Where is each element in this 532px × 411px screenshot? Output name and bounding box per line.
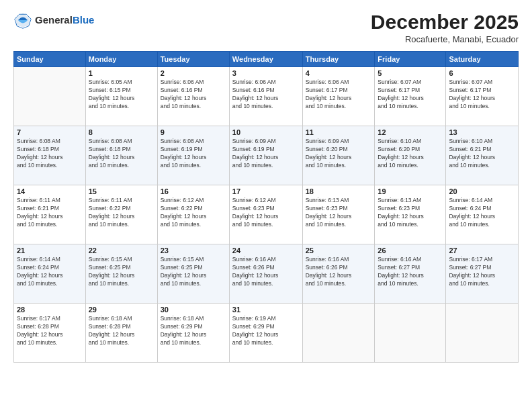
- day-info: Sunrise: 6:08 AM Sunset: 6:18 PM Dayligh…: [17, 138, 83, 170]
- calendar-cell: 14Sunrise: 6:11 AM Sunset: 6:21 PM Dayli…: [14, 185, 86, 244]
- day-info: Sunrise: 6:13 AM Sunset: 6:23 PM Dayligh…: [378, 197, 443, 229]
- day-number: 2: [161, 69, 226, 77]
- day-number: 11: [306, 128, 372, 136]
- day-info: Sunrise: 6:12 AM Sunset: 6:23 PM Dayligh…: [232, 197, 300, 229]
- day-info: Sunrise: 6:15 AM Sunset: 6:25 PM Dayligh…: [161, 256, 226, 288]
- day-info: Sunrise: 6:10 AM Sunset: 6:21 PM Dayligh…: [449, 138, 515, 170]
- calendar-header-wednesday: Wednesday: [229, 52, 302, 67]
- day-info: Sunrise: 6:07 AM Sunset: 6:17 PM Dayligh…: [449, 79, 515, 111]
- calendar-cell: 7Sunrise: 6:08 AM Sunset: 6:18 PM Daylig…: [14, 126, 86, 185]
- logo-general: General: [35, 14, 73, 26]
- day-info: Sunrise: 6:16 AM Sunset: 6:26 PM Dayligh…: [232, 256, 300, 288]
- day-info: Sunrise: 6:12 AM Sunset: 6:22 PM Dayligh…: [161, 197, 226, 229]
- location: Rocafuerte, Manabi, Ecuador: [371, 34, 519, 44]
- day-number: 6: [449, 69, 515, 77]
- calendar-header-monday: Monday: [85, 52, 157, 67]
- day-info: Sunrise: 6:10 AM Sunset: 6:20 PM Dayligh…: [378, 138, 443, 170]
- day-number: 31: [232, 306, 300, 314]
- calendar-cell: 3Sunrise: 6:06 AM Sunset: 6:16 PM Daylig…: [229, 67, 302, 126]
- day-info: Sunrise: 6:05 AM Sunset: 6:15 PM Dayligh…: [89, 79, 154, 111]
- title-section: December 2025 Rocafuerte, Manabi, Ecuado…: [371, 11, 519, 44]
- day-number: 22: [89, 246, 154, 255]
- day-number: 21: [17, 246, 83, 255]
- calendar-cell: 9Sunrise: 6:08 AM Sunset: 6:19 PM Daylig…: [157, 126, 229, 185]
- calendar-header-sunday: Sunday: [14, 52, 86, 67]
- day-number: 30: [161, 306, 226, 314]
- day-info: Sunrise: 6:14 AM Sunset: 6:24 PM Dayligh…: [17, 256, 83, 288]
- calendar-cell: 23Sunrise: 6:15 AM Sunset: 6:25 PM Dayli…: [157, 244, 229, 304]
- calendar-cell: 1Sunrise: 6:05 AM Sunset: 6:15 PM Daylig…: [85, 67, 157, 126]
- calendar-cell: 4Sunrise: 6:06 AM Sunset: 6:17 PM Daylig…: [302, 67, 375, 126]
- calendar-cell: 24Sunrise: 6:16 AM Sunset: 6:26 PM Dayli…: [229, 244, 302, 304]
- calendar-table: SundayMondayTuesdayWednesdayThursdayFrid…: [13, 51, 519, 363]
- day-info: Sunrise: 6:11 AM Sunset: 6:21 PM Dayligh…: [17, 197, 83, 229]
- day-info: Sunrise: 6:09 AM Sunset: 6:20 PM Dayligh…: [306, 138, 372, 170]
- calendar-header-friday: Friday: [375, 52, 446, 67]
- calendar-cell: 29Sunrise: 6:18 AM Sunset: 6:28 PM Dayli…: [85, 304, 157, 363]
- calendar-cell: 31Sunrise: 6:19 AM Sunset: 6:29 PM Dayli…: [229, 304, 302, 363]
- calendar-cell: [14, 67, 86, 126]
- day-number: 14: [17, 187, 83, 195]
- day-info: Sunrise: 6:15 AM Sunset: 6:25 PM Dayligh…: [89, 256, 154, 288]
- calendar-header-thursday: Thursday: [302, 52, 375, 67]
- calendar-cell: 21Sunrise: 6:14 AM Sunset: 6:24 PM Dayli…: [14, 244, 86, 304]
- logo-blue: Blue: [73, 14, 95, 26]
- day-number: 16: [161, 187, 226, 195]
- calendar-header-saturday: Saturday: [446, 52, 519, 67]
- day-info: Sunrise: 6:13 AM Sunset: 6:23 PM Dayligh…: [306, 197, 372, 229]
- day-number: 12: [378, 128, 443, 136]
- day-number: 8: [89, 128, 154, 136]
- day-info: Sunrise: 6:09 AM Sunset: 6:19 PM Dayligh…: [232, 138, 300, 170]
- day-info: Sunrise: 6:17 AM Sunset: 6:28 PM Dayligh…: [17, 315, 83, 347]
- calendar-cell: 8Sunrise: 6:08 AM Sunset: 6:18 PM Daylig…: [85, 126, 157, 185]
- calendar-cell: 30Sunrise: 6:18 AM Sunset: 6:29 PM Dayli…: [157, 304, 229, 363]
- calendar-week-row: 21Sunrise: 6:14 AM Sunset: 6:24 PM Dayli…: [14, 244, 519, 304]
- calendar-week-row: 28Sunrise: 6:17 AM Sunset: 6:28 PM Dayli…: [14, 304, 519, 363]
- day-info: Sunrise: 6:16 AM Sunset: 6:26 PM Dayligh…: [306, 256, 372, 288]
- calendar-cell: 22Sunrise: 6:15 AM Sunset: 6:25 PM Dayli…: [85, 244, 157, 304]
- calendar-cell: 10Sunrise: 6:09 AM Sunset: 6:19 PM Dayli…: [229, 126, 302, 185]
- calendar-week-row: 7Sunrise: 6:08 AM Sunset: 6:18 PM Daylig…: [14, 126, 519, 185]
- logo-icon: [13, 11, 32, 30]
- day-number: 17: [232, 187, 300, 195]
- day-info: Sunrise: 6:08 AM Sunset: 6:19 PM Dayligh…: [161, 138, 226, 170]
- calendar-cell: 2Sunrise: 6:06 AM Sunset: 6:16 PM Daylig…: [157, 67, 229, 126]
- calendar-cell: 27Sunrise: 6:17 AM Sunset: 6:27 PM Dayli…: [446, 244, 519, 304]
- calendar-header-tuesday: Tuesday: [157, 52, 229, 67]
- day-number: 19: [378, 187, 443, 195]
- day-number: 3: [232, 69, 300, 77]
- calendar-cell: 26Sunrise: 6:16 AM Sunset: 6:27 PM Dayli…: [375, 244, 446, 304]
- calendar-cell: 28Sunrise: 6:17 AM Sunset: 6:28 PM Dayli…: [14, 304, 86, 363]
- calendar-cell: 5Sunrise: 6:07 AM Sunset: 6:17 PM Daylig…: [375, 67, 446, 126]
- day-number: 13: [449, 128, 515, 136]
- day-number: 20: [449, 187, 515, 195]
- day-number: 5: [378, 69, 443, 77]
- day-info: Sunrise: 6:19 AM Sunset: 6:29 PM Dayligh…: [232, 315, 300, 347]
- month-title: December 2025: [371, 11, 519, 33]
- calendar-cell: 25Sunrise: 6:16 AM Sunset: 6:26 PM Dayli…: [302, 244, 375, 304]
- calendar-cell: 18Sunrise: 6:13 AM Sunset: 6:23 PM Dayli…: [302, 185, 375, 244]
- day-number: 9: [161, 128, 226, 136]
- day-number: 7: [17, 128, 83, 136]
- day-number: 15: [89, 187, 154, 195]
- day-info: Sunrise: 6:06 AM Sunset: 6:17 PM Dayligh…: [306, 79, 372, 111]
- day-info: Sunrise: 6:06 AM Sunset: 6:16 PM Dayligh…: [232, 79, 300, 111]
- calendar-cell: 11Sunrise: 6:09 AM Sunset: 6:20 PM Dayli…: [302, 126, 375, 185]
- day-info: Sunrise: 6:18 AM Sunset: 6:28 PM Dayligh…: [89, 315, 154, 347]
- day-number: 29: [89, 306, 154, 314]
- calendar-cell: 20Sunrise: 6:14 AM Sunset: 6:24 PM Dayli…: [446, 185, 519, 244]
- calendar-cell: [446, 304, 519, 363]
- calendar-cell: 15Sunrise: 6:11 AM Sunset: 6:22 PM Dayli…: [85, 185, 157, 244]
- calendar-cell: [375, 304, 446, 363]
- day-info: Sunrise: 6:18 AM Sunset: 6:29 PM Dayligh…: [161, 315, 226, 347]
- calendar-cell: [302, 304, 375, 363]
- page: GeneralBlue December 2025 Rocafuerte, Ma…: [0, 0, 532, 411]
- day-number: 25: [306, 246, 372, 255]
- day-info: Sunrise: 6:14 AM Sunset: 6:24 PM Dayligh…: [449, 197, 515, 229]
- calendar-week-row: 1Sunrise: 6:05 AM Sunset: 6:15 PM Daylig…: [14, 67, 519, 126]
- day-number: 24: [232, 246, 300, 255]
- day-info: Sunrise: 6:16 AM Sunset: 6:27 PM Dayligh…: [378, 256, 443, 288]
- calendar-week-row: 14Sunrise: 6:11 AM Sunset: 6:21 PM Dayli…: [14, 185, 519, 244]
- day-info: Sunrise: 6:11 AM Sunset: 6:22 PM Dayligh…: [89, 197, 154, 229]
- day-number: 4: [306, 69, 372, 77]
